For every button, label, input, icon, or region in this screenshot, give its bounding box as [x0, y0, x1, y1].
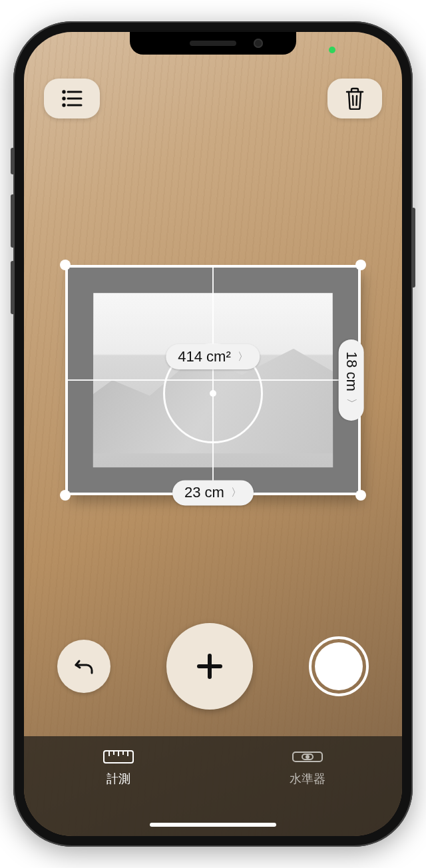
- area-value: 414 cm²: [178, 348, 230, 365]
- level-icon: [292, 750, 323, 764]
- chevron-right-icon: 〉: [231, 486, 242, 500]
- power-button: [411, 208, 415, 288]
- top-toolbar: [44, 79, 382, 118]
- picture-image: [93, 293, 333, 467]
- svg-point-0: [63, 91, 65, 93]
- notch: [130, 32, 296, 55]
- landscape-photo: [93, 293, 333, 467]
- svg-point-18: [306, 755, 310, 759]
- svg-point-2: [63, 98, 65, 99]
- home-indicator[interactable]: [150, 823, 276, 827]
- tab-level-label: 水準器: [290, 771, 325, 787]
- front-camera: [254, 39, 263, 48]
- plus-icon: [194, 650, 226, 682]
- measurements-list-button[interactable]: [44, 79, 100, 118]
- ruler-icon: [103, 750, 134, 764]
- chevron-right-icon: 〉: [344, 398, 358, 409]
- volume-down-button: [11, 261, 15, 314]
- speaker-grille: [190, 41, 236, 46]
- screen: 414 cm² 〉 23 cm 〉 18 cm 〉: [24, 32, 402, 836]
- undo-icon: [72, 654, 96, 678]
- camera-active-indicator: [329, 47, 335, 53]
- width-value: 23 cm: [184, 484, 224, 501]
- svg-line-6: [353, 96, 353, 105]
- height-value: 18 cm: [343, 351, 360, 391]
- tab-bar: 計測 水準器: [24, 736, 402, 836]
- svg-line-7: [357, 96, 357, 105]
- chevron-right-icon: 〉: [238, 350, 248, 364]
- height-label[interactable]: 18 cm 〉: [339, 339, 364, 421]
- area-label[interactable]: 414 cm² 〉: [166, 344, 260, 369]
- list-icon: [61, 89, 83, 108]
- volume-up-button: [11, 194, 15, 248]
- bottom-controls: [24, 623, 402, 710]
- width-label[interactable]: 23 cm 〉: [172, 480, 254, 505]
- svg-point-4: [63, 105, 65, 106]
- delete-button[interactable]: [327, 79, 382, 118]
- phone-frame: 414 cm² 〉 23 cm 〉 18 cm 〉: [13, 21, 413, 847]
- tab-measure-label: 計測: [106, 771, 130, 787]
- add-point-button[interactable]: [166, 623, 253, 710]
- capture-button[interactable]: [309, 636, 369, 696]
- measured-object: 414 cm² 〉 23 cm 〉 18 cm 〉: [57, 257, 369, 503]
- mute-switch: [11, 148, 15, 174]
- undo-button[interactable]: [57, 640, 110, 693]
- shutter-icon: [315, 642, 363, 690]
- framed-picture: [67, 266, 360, 494]
- trash-icon: [345, 87, 365, 110]
